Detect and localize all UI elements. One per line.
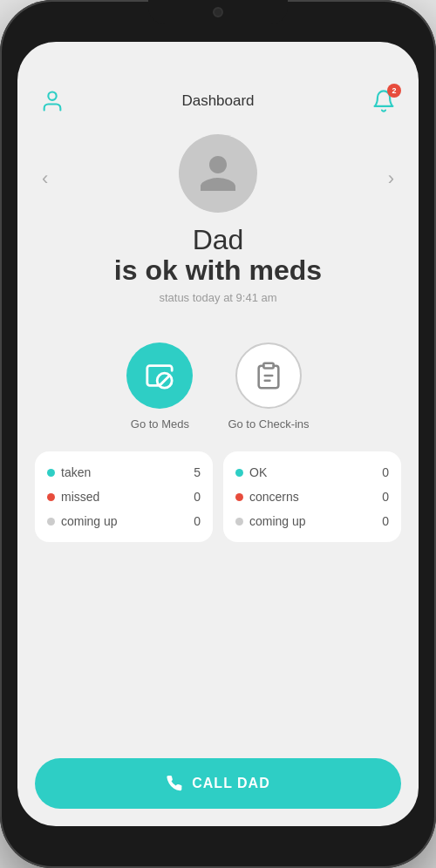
taken-dot bbox=[47, 469, 55, 477]
checkins-coming-up-label: coming up bbox=[249, 514, 306, 528]
svg-rect-2 bbox=[263, 363, 273, 369]
header: Dashboard 2 bbox=[17, 80, 419, 125]
status-bar bbox=[17, 42, 419, 80]
missed-stat: missed 0 bbox=[47, 490, 201, 504]
profile-name: Dad bbox=[193, 225, 244, 255]
notch bbox=[148, 0, 288, 24]
profile-icon-button[interactable] bbox=[38, 87, 66, 115]
call-button[interactable]: CALL DAD bbox=[35, 758, 401, 809]
ok-value: 0 bbox=[382, 465, 389, 479]
notification-badge: 2 bbox=[387, 84, 401, 98]
phone-frame: Dashboard 2 ‹ › bbox=[0, 0, 436, 868]
checkins-label: Go to Check-ins bbox=[228, 417, 309, 431]
stats-row: taken 5 missed 0 comin bbox=[35, 451, 401, 542]
avatar-person-icon bbox=[196, 152, 240, 195]
meds-stats-card: taken 5 missed 0 comin bbox=[35, 451, 213, 542]
clipboard-icon bbox=[254, 361, 283, 390]
meds-coming-up-value: 0 bbox=[194, 514, 201, 528]
avatar bbox=[179, 134, 257, 213]
profile-status: is ok with meds bbox=[114, 255, 322, 286]
action-buttons: Go to Meds Go to Check-ins bbox=[35, 342, 401, 431]
nav-next-button[interactable]: › bbox=[381, 160, 401, 197]
taken-label: taken bbox=[61, 465, 91, 479]
go-to-meds-button[interactable]: Go to Meds bbox=[126, 342, 193, 431]
checkins-coming-up-value: 0 bbox=[382, 514, 389, 528]
ok-dot bbox=[235, 469, 243, 477]
concerns-label: concerns bbox=[249, 490, 299, 504]
meds-circle bbox=[126, 342, 193, 409]
meds-coming-up-dot bbox=[47, 518, 55, 526]
checkins-stats-card: OK 0 concerns 0 coming bbox=[223, 451, 401, 542]
missed-label: missed bbox=[61, 490, 99, 504]
pill-icon bbox=[145, 361, 174, 390]
checkins-coming-up-stat: coming up 0 bbox=[235, 514, 389, 528]
taken-value: 5 bbox=[194, 465, 201, 479]
ok-label: OK bbox=[249, 465, 267, 479]
nav-prev-button[interactable]: ‹ bbox=[35, 160, 55, 197]
checkins-coming-up-dot bbox=[235, 518, 243, 526]
main-content: ‹ › Dad is ok with meds status today at … bbox=[17, 125, 419, 826]
meds-label: Go to Meds bbox=[131, 417, 189, 431]
svg-point-0 bbox=[48, 92, 56, 100]
taken-stat: taken 5 bbox=[47, 465, 201, 479]
meds-coming-up-label: coming up bbox=[61, 514, 118, 528]
concerns-dot bbox=[235, 493, 243, 501]
missed-dot bbox=[47, 493, 55, 501]
go-to-checkins-button[interactable]: Go to Check-ins bbox=[228, 342, 309, 431]
notification-wrapper[interactable]: 2 bbox=[370, 87, 398, 115]
profile-section: ‹ › Dad is ok with meds status today at … bbox=[35, 125, 401, 342]
missed-value: 0 bbox=[194, 490, 201, 504]
phone-screen: Dashboard 2 ‹ › bbox=[17, 42, 419, 826]
notch-camera bbox=[213, 7, 223, 17]
person-icon bbox=[40, 89, 65, 113]
concerns-value: 0 bbox=[382, 490, 389, 504]
checkins-circle bbox=[235, 342, 302, 409]
ok-stat: OK 0 bbox=[235, 465, 389, 479]
call-btn-text: CALL DAD bbox=[192, 776, 269, 791]
header-title: Dashboard bbox=[181, 92, 254, 110]
phone-icon bbox=[166, 775, 183, 792]
meds-coming-up-stat: coming up 0 bbox=[47, 514, 201, 528]
profile-time: status today at 9:41 am bbox=[159, 291, 276, 304]
concerns-stat: concerns 0 bbox=[235, 490, 389, 504]
